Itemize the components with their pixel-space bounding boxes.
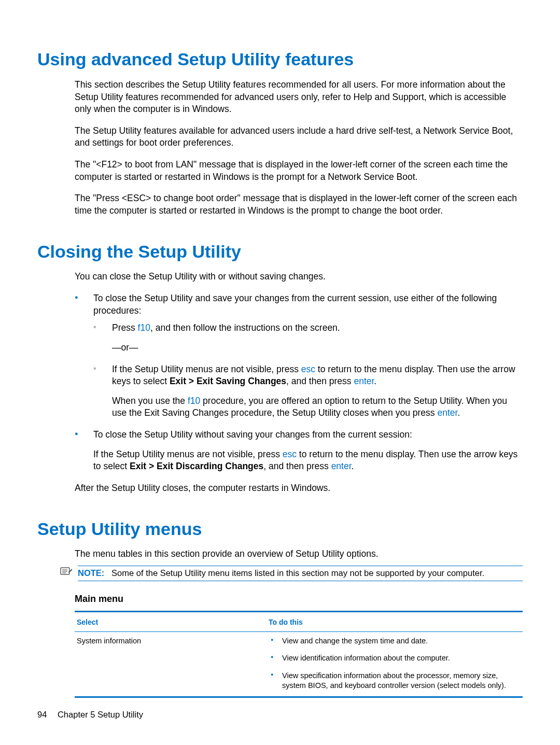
paragraph: The "Press <ESC> to change boot order" m… (75, 192, 523, 217)
list-item: Press f10, and then follow the instructi… (93, 322, 523, 354)
chapter-label: Chapter 5 Setup Utility (58, 710, 143, 719)
bullet-list-level2: Press f10, and then follow the instructi… (93, 322, 523, 419)
text: , and then follow the instructions on th… (150, 322, 340, 333)
heading-setup-menus: Setup Utility menus (37, 517, 523, 541)
note-text: NOTE: Some of the Setup Utility menu ite… (78, 566, 523, 581)
section-3-body: The menu tables in this section provide … (75, 548, 523, 560)
keycap-enter: enter (354, 376, 374, 386)
keycap-f10: f10 (188, 396, 200, 406)
keycap-enter: enter (437, 407, 457, 418)
table-bullet-item: View identification information about th… (269, 653, 523, 664)
note-callout: NOTE: Some of the Setup Utility menu ite… (60, 566, 523, 581)
note-label: NOTE: (78, 568, 104, 578)
bold-menu-path: Exit > Exit Discarding Changes (130, 461, 263, 471)
text: If the Setup Utility menus are not visib… (112, 364, 301, 374)
document-page: Using advanced Setup Utility features Th… (0, 0, 560, 745)
list-item: To close the Setup Utility without savin… (75, 429, 523, 473)
table-header-row: Select To do this (75, 612, 523, 632)
table-bullet-item: View specification information about the… (269, 671, 523, 691)
text: , and then press (263, 461, 331, 471)
paragraph: The menu tables in this section provide … (75, 548, 523, 560)
list-item: If the Setup Utility menus are not visib… (93, 363, 523, 420)
table-header-todo: To do this (269, 617, 523, 627)
keycap-f10: f10 (138, 322, 150, 333)
paragraph: The Setup Utility features available for… (75, 125, 523, 149)
list-item-text: To close the Setup Utility and save your… (93, 293, 497, 316)
keycap-esc: esc (301, 364, 315, 374)
text: Press (112, 322, 138, 333)
bullet-list-level1: To close the Setup Utility and save your… (75, 292, 523, 473)
table-cell-select: System information (75, 636, 269, 694)
table-cell-todo: View and change the system time and date… (269, 636, 523, 694)
text: . (457, 407, 460, 418)
list-item: To close the Setup Utility and save your… (75, 292, 523, 419)
text: , and then press (286, 376, 354, 386)
subheading-main-menu: Main menu (75, 593, 523, 605)
note-icon (60, 567, 73, 577)
text: If the Setup Utility menus are not visib… (93, 449, 283, 459)
note-body: Some of the Setup Utility menu items lis… (111, 568, 484, 578)
heading-advanced-features: Using advanced Setup Utility features (37, 48, 523, 72)
table-row: System information View and change the s… (75, 632, 523, 696)
table-bullet-list: View and change the system time and date… (269, 636, 523, 691)
bold-menu-path: Exit > Exit Saving Changes (170, 376, 286, 386)
text: . (374, 376, 376, 386)
page-number: 94 (37, 710, 47, 719)
table-header-select: Select (75, 617, 269, 627)
paragraph: The "<F12> to boot from LAN" message tha… (75, 159, 523, 183)
page-footer: 94 Chapter 5 Setup Utility (37, 709, 143, 720)
list-item-text: To close the Setup Utility without savin… (93, 429, 412, 440)
table-bullet-item: View and change the system time and date… (269, 636, 523, 646)
keycap-esc: esc (283, 449, 297, 459)
keycap-enter: enter (331, 461, 352, 471)
paragraph: After the Setup Utility closes, the comp… (75, 482, 523, 495)
paragraph: You can close the Setup Utility with or … (75, 271, 523, 283)
text: When you use the (112, 396, 188, 406)
section-2-body: You can close the Setup Utility with or … (75, 271, 523, 494)
text: . (352, 461, 354, 471)
main-menu-table: Select To do this System information Vie… (75, 611, 523, 698)
or-separator: —or— (112, 342, 523, 354)
paragraph: This section describes the Setup Utility… (75, 79, 523, 116)
heading-closing-utility: Closing the Setup Utility (37, 240, 523, 264)
section-1-body: This section describes the Setup Utility… (75, 79, 523, 217)
